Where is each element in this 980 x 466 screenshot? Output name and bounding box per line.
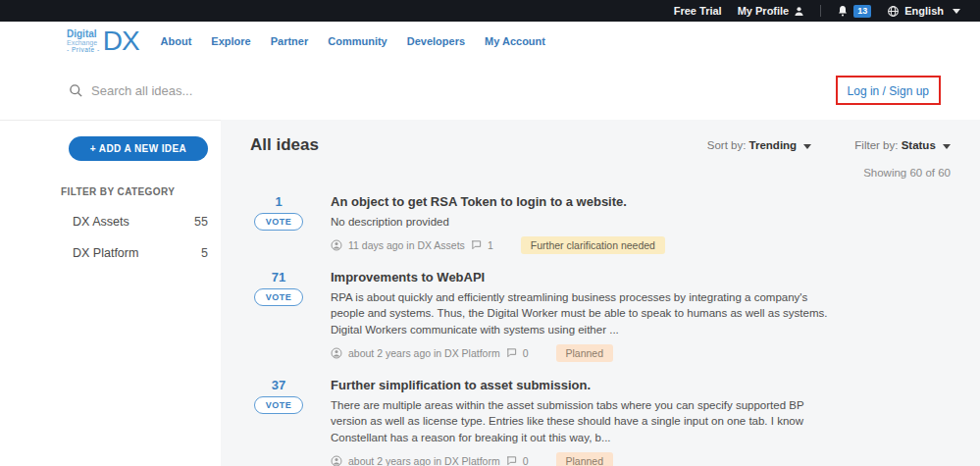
chevron-down-icon bbox=[943, 144, 951, 149]
logo-line3: - Private - bbox=[67, 47, 100, 54]
page-title: All ideas bbox=[250, 135, 319, 155]
idea-row: 1 VOTE An object to get RSA Token to log… bbox=[250, 194, 951, 254]
add-new-idea-button[interactable]: + ADD A NEW IDEA bbox=[69, 136, 208, 161]
my-profile-label: My Profile bbox=[738, 5, 790, 17]
sidebar-item-dx-platform[interactable]: DX Platform 5 bbox=[73, 246, 208, 260]
site-header: Digital Exchange - Private - DX About Ex… bbox=[0, 22, 980, 61]
showing-count: Showing 60 of 60 bbox=[250, 167, 951, 179]
nav-partner[interactable]: Partner bbox=[271, 35, 309, 47]
idea-title[interactable]: Improvements to WebAPI bbox=[331, 270, 843, 285]
idea-title[interactable]: An object to get RSA Token to login to a… bbox=[331, 194, 843, 209]
vote-button[interactable]: VOTE bbox=[254, 213, 303, 231]
my-profile-link[interactable]: My Profile bbox=[738, 5, 805, 17]
chevron-down-icon bbox=[953, 9, 960, 14]
logo-line1: Digital bbox=[67, 29, 100, 40]
list-controls: Sort by: Trending Filter by: Status bbox=[707, 139, 951, 151]
nav-my-account[interactable]: My Account bbox=[485, 35, 545, 47]
ideas-content: All ideas Sort by: Trending Filter by: S… bbox=[221, 120, 980, 466]
vote-count: 37 bbox=[250, 378, 307, 392]
filter-by-category-header: FILTER BY CATEGORY bbox=[61, 186, 201, 197]
search-icon bbox=[69, 83, 83, 98]
main-area: + ADD A NEW IDEA FILTER BY CATEGORY DX A… bbox=[0, 120, 980, 466]
search-input[interactable] bbox=[91, 83, 386, 98]
category-count: 5 bbox=[201, 246, 208, 260]
filter-value: Status bbox=[902, 139, 936, 151]
globe-icon bbox=[887, 5, 900, 18]
comment-count: 0 bbox=[523, 347, 529, 359]
status-badge: Further clarification needed bbox=[521, 236, 665, 254]
vote-button[interactable]: VOTE bbox=[254, 396, 303, 414]
comment-count: 1 bbox=[488, 239, 493, 251]
nav-about[interactable]: About bbox=[161, 35, 192, 47]
sort-by-dropdown[interactable]: Sort by: Trending bbox=[707, 139, 812, 151]
avatar-icon bbox=[331, 239, 342, 251]
main-nav: About Explore Partner Community Develope… bbox=[161, 35, 545, 47]
nav-community[interactable]: Community bbox=[328, 35, 387, 47]
vote-count: 1 bbox=[250, 194, 307, 209]
comment-icon bbox=[506, 347, 517, 358]
search-band: Log in / Sign up bbox=[0, 61, 980, 120]
login-annotation-box: Log in / Sign up bbox=[836, 76, 941, 105]
sidebar-item-dx-assets[interactable]: DX Assets 55 bbox=[73, 215, 208, 229]
idea-row: 37 VOTE Further simplification to asset … bbox=[250, 378, 951, 466]
topbar: Free Trial My Profile 13 English bbox=[0, 0, 980, 22]
person-icon bbox=[794, 6, 804, 17]
language-selector[interactable]: English bbox=[887, 5, 960, 18]
nav-developers[interactable]: Developers bbox=[407, 35, 465, 47]
notification-badge: 13 bbox=[853, 5, 871, 18]
idea-meta-text: about 2 years ago in DX Platform bbox=[348, 347, 500, 359]
category-label: DX Assets bbox=[73, 215, 129, 229]
filter-by-dropdown[interactable]: Filter by: Status bbox=[854, 139, 951, 151]
comment-count: 0 bbox=[523, 455, 529, 466]
free-trial-link[interactable]: Free Trial bbox=[674, 5, 722, 17]
idea-description: RPA is about quickly and efficiently str… bbox=[331, 289, 843, 338]
avatar-icon bbox=[331, 347, 342, 359]
category-label: DX Platform bbox=[73, 246, 138, 260]
dx-logo[interactable]: Digital Exchange - Private - DX bbox=[67, 26, 139, 57]
idea-row: 71 VOTE Improvements to WebAPI RPA is ab… bbox=[250, 270, 951, 362]
search-box bbox=[69, 83, 836, 98]
status-badge: Planned bbox=[556, 344, 614, 362]
login-signup-link[interactable]: Log in / Sign up bbox=[848, 84, 929, 98]
idea-description: There are multiple areas within the asse… bbox=[331, 397, 843, 446]
language-label: English bbox=[904, 5, 944, 17]
idea-description: No description provided bbox=[331, 214, 843, 231]
idea-meta-text: 11 days ago in DX Assets bbox=[348, 239, 465, 251]
topbar-divider bbox=[820, 5, 821, 17]
vote-button[interactable]: VOTE bbox=[254, 288, 303, 306]
sidebar: + ADD A NEW IDEA FILTER BY CATEGORY DX A… bbox=[0, 120, 221, 466]
notifications-button[interactable]: 13 bbox=[837, 5, 871, 18]
bell-icon bbox=[837, 5, 849, 17]
nav-explore[interactable]: Explore bbox=[211, 35, 250, 47]
comment-icon bbox=[506, 455, 517, 466]
comment-icon bbox=[471, 239, 482, 250]
category-count: 55 bbox=[194, 215, 208, 229]
content-header: All ideas Sort by: Trending Filter by: S… bbox=[250, 135, 951, 155]
avatar-icon bbox=[331, 455, 342, 466]
sort-value: Trending bbox=[749, 139, 798, 151]
status-badge: Planned bbox=[556, 452, 614, 466]
logo-mark: DX bbox=[103, 26, 139, 57]
vote-count: 71 bbox=[250, 270, 307, 285]
idea-title[interactable]: Further simplification to asset submissi… bbox=[331, 378, 843, 392]
chevron-down-icon bbox=[803, 144, 811, 149]
idea-meta-text: about 2 years ago in DX Platform bbox=[348, 455, 500, 466]
